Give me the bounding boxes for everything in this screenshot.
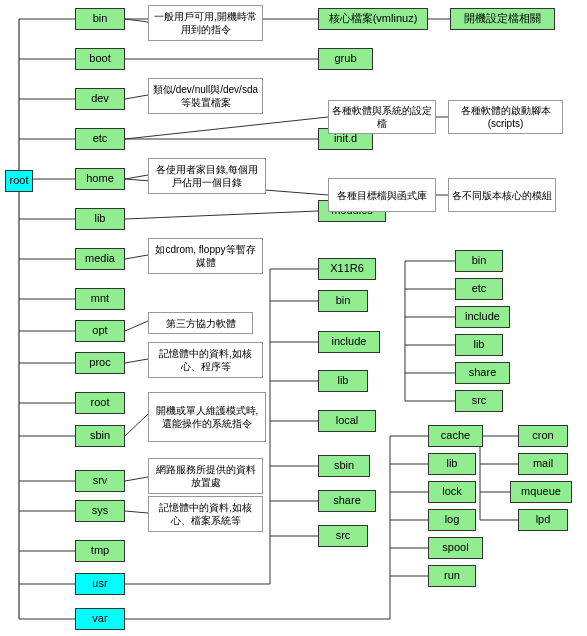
var-log-node: log — [428, 509, 476, 531]
proc-node: proc — [75, 352, 125, 374]
svg-line-29 — [125, 211, 318, 219]
svg-line-31 — [125, 321, 148, 331]
root-node: root — [5, 170, 33, 192]
svg-line-30 — [125, 255, 148, 259]
var-spool-node: spool — [428, 537, 483, 559]
spool-lpd-node: lpd — [518, 509, 568, 531]
x11-etc-node: etc — [455, 278, 503, 300]
spool-mqueue-node: mqueue — [510, 481, 572, 503]
svg-line-34 — [125, 477, 148, 481]
lib-func-desc: 各種目標檔與函式庫 — [328, 178, 436, 212]
spool-mail-node: mail — [518, 453, 568, 475]
vmlinuz-node: 核心檔案(vmlinuz) — [318, 8, 428, 30]
lib-node: lib — [75, 208, 125, 230]
var-run-node: run — [428, 565, 476, 587]
x11-share-node: share — [455, 362, 510, 384]
usr-share-node: share — [318, 490, 376, 512]
svg-line-24 — [125, 117, 328, 139]
x11-lib-node: lib — [455, 334, 503, 356]
bin-node: bin — [75, 8, 125, 30]
proc-desc: 記憶體中的資料,如核心、程序等 — [148, 342, 263, 378]
rootdir-node: root — [75, 392, 125, 414]
svg-line-18 — [125, 19, 148, 22]
home-node: home — [75, 168, 125, 190]
usr-bin-node: bin — [318, 290, 368, 312]
var-lock-node: lock — [428, 481, 476, 503]
srv-desc: 網路服務所提供的資料放置處 — [148, 458, 263, 494]
srv-node: srv — [75, 470, 125, 492]
bootcfg-node: 開機設定檔相關 — [450, 8, 555, 30]
usr-src-node: src — [318, 525, 368, 547]
usr-include-node: include — [318, 331, 380, 353]
var-cache-node: cache — [428, 425, 483, 447]
dev-node: dev — [75, 88, 125, 110]
kernel-modules-desc: 各不同版本核心的模組 — [448, 178, 556, 212]
x11-bin-node: bin — [455, 250, 503, 272]
svg-line-33 — [125, 414, 148, 436]
home-desc: 各使用者家目錄,每個用戶佔用一個目錄 — [148, 158, 266, 194]
dev-desc: 類似/dev/null與/dev/sda等裝置檔案 — [148, 78, 263, 114]
bin-desc: 一般用戶可用,開機時常用到的指令 — [148, 5, 263, 41]
etc-node: etc — [75, 128, 125, 150]
mnt-node: mnt — [75, 288, 125, 310]
etc-desc: 各種軟體與系統的設定檔 — [328, 100, 436, 134]
svg-line-26 — [125, 175, 148, 179]
x11-include-node: include — [455, 306, 510, 328]
scripts-desc: 各種軟體的啟動腳本(scripts) — [448, 100, 563, 134]
media-desc: 如cdrom, floppy等暫存媒體 — [148, 238, 263, 274]
opt-node: opt — [75, 320, 125, 342]
svg-line-22 — [125, 95, 148, 99]
usr-local-node: local — [318, 410, 376, 432]
grub-node: grub — [318, 48, 373, 70]
sbin-node: sbin — [75, 425, 125, 447]
sys-node: sys — [75, 500, 125, 522]
tmp-node: tmp — [75, 540, 125, 562]
var-lib-node: lib — [428, 453, 476, 475]
usr-sbin-node: sbin — [318, 455, 370, 477]
var-node: var — [75, 608, 125, 630]
media-node: media — [75, 248, 125, 270]
sys-desc: 記憶體中的資料,如核心、檔案系統等 — [148, 496, 263, 532]
sbin-desc: 開機或單人維護模式時,還能操作的系統指令 — [148, 392, 266, 442]
usr-node: usr — [75, 573, 125, 595]
boot-node: boot — [75, 48, 125, 70]
svg-line-32 — [125, 359, 148, 363]
spool-cron-node: cron — [518, 425, 568, 447]
x11r6-node: X11R6 — [318, 258, 376, 280]
x11-src-node: src — [455, 390, 503, 412]
svg-line-35 — [125, 511, 148, 513]
usr-lib-node: lib — [318, 370, 368, 392]
opt-desc: 第三方協力軟體 — [148, 312, 253, 334]
